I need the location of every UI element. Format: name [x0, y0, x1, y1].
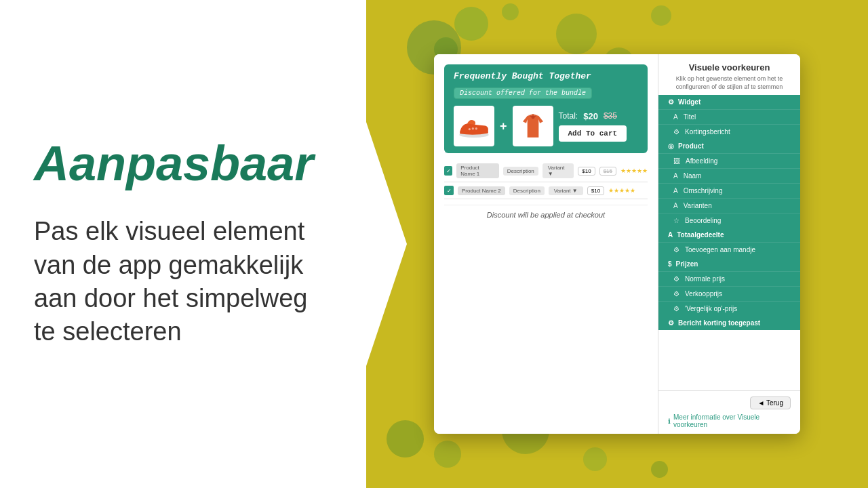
- panel-group-widget[interactable]: ⚙ Widget: [658, 95, 800, 109]
- right-panel: Frequently Bought Together Discount offe…: [366, 0, 868, 488]
- kortingsbericht-label: Kortingsbericht: [685, 128, 730, 136]
- panel-item-beoordeling[interactable]: ☆ Beoordeling: [658, 213, 800, 228]
- toevoegen-label: Toevoegen aan mandje: [685, 246, 755, 253]
- svg-point-4: [531, 115, 534, 119]
- panel-group-totaal[interactable]: A Totaalgedeelte: [658, 228, 800, 242]
- panel-item-toevoegen[interactable]: ⚙ Toevoegen aan mandje: [658, 242, 800, 257]
- panel-item-kortingsbericht[interactable]: ⚙ Kortingsbericht: [658, 124, 800, 139]
- widget-label: Widget: [678, 98, 701, 106]
- total-label: Total:: [559, 111, 578, 121]
- panel-item-varianten[interactable]: A Varianten: [658, 198, 800, 213]
- panel-item-verkoopprijs[interactable]: ⚙ Verkoopprijs: [658, 286, 800, 301]
- panel-items: ⚙ Widget A Titel ⚙ Kortingsbericht: [658, 95, 800, 390]
- product-group-icon: ◎: [668, 142, 674, 150]
- product-stars-2: ★★★★★: [608, 187, 635, 194]
- panel-item-vergelijk-prijs[interactable]: ⚙ 'Vergelijk op'-prijs: [658, 301, 800, 316]
- prijzen-icon: $: [668, 260, 672, 268]
- beoordeling-icon: ☆: [673, 217, 679, 224]
- prijzen-label: Prijzen: [676, 260, 698, 268]
- fbt-products-row: +: [454, 106, 638, 146]
- varianten-label: Varianten: [684, 202, 712, 209]
- fbt-total-row: Total: $20 $35: [559, 111, 617, 121]
- fbt-cart-section: Total: $20 $35 Add To cart: [559, 111, 627, 142]
- settings-icon-korting: ⚙: [673, 128, 679, 136]
- product-group-label: Product: [678, 142, 704, 150]
- product-row: Product Name 2 Description Variant ▼ $10…: [444, 182, 648, 199]
- info-icon: ℹ: [668, 418, 671, 425]
- app-window: Frequently Bought Together Discount offe…: [434, 54, 800, 434]
- visual-prefs-panel: Visuele voorkeuren Klik op het gewenste …: [658, 54, 800, 434]
- panel-group-product[interactable]: ◎ Product: [658, 139, 800, 153]
- product-name-2: Product Name 2: [458, 186, 505, 195]
- afbeelding-label: Afbeelding: [686, 157, 717, 165]
- price-normal: $20: [583, 111, 598, 121]
- product-image-shoe: [454, 106, 494, 146]
- product-sale-1: $15: [599, 167, 616, 176]
- naam-icon: A: [673, 172, 678, 180]
- omschrijving-icon: A: [673, 187, 678, 195]
- bericht-korting-label: Bericht korting toegepast: [678, 319, 760, 327]
- normale-prijs-icon: ⚙: [673, 275, 679, 283]
- panel-group-prijzen[interactable]: $ Prijzen: [658, 257, 800, 271]
- svg-point-3: [475, 127, 477, 129]
- product-row: Product Name 1 Description Variant ▼ $10…: [444, 160, 648, 182]
- fbt-title: Frequently Bought Together: [454, 71, 638, 81]
- product-desc-1: Description: [503, 167, 538, 176]
- verkoopprijs-icon: ⚙: [673, 290, 679, 298]
- product-checkbox-2[interactable]: [444, 186, 454, 195]
- panel-item-normale-prijs[interactable]: ⚙ Normale prijs: [658, 271, 800, 286]
- product-widget: Frequently Bought Together Discount offe…: [434, 54, 658, 434]
- totaal-label: Totaalgedeelte: [677, 231, 724, 239]
- text-icon: A: [673, 113, 678, 121]
- price-strike: $35: [604, 111, 617, 121]
- panel-item-omschrijving[interactable]: A Omschrijving: [658, 183, 800, 198]
- product-stars-1: ★★★★★: [620, 167, 648, 174]
- plus-sign: +: [500, 119, 507, 134]
- svg-point-1: [469, 128, 471, 130]
- panel-group-bericht-korting[interactable]: ⚙ Bericht korting toegepast: [658, 316, 800, 330]
- add-to-cart-button[interactable]: Add To cart: [559, 125, 627, 142]
- fbt-box: Frequently Bought Together Discount offe…: [444, 64, 648, 153]
- product-checkbox-1[interactable]: [444, 166, 452, 176]
- normale-prijs-label: Normale prijs: [685, 275, 725, 283]
- fbt-discount-badge: Discount offered for the bundle: [454, 87, 592, 99]
- product-image-hoodie: [513, 106, 553, 146]
- vergelijk-prijs-label: 'Vergelijk op'-prijs: [685, 305, 737, 312]
- vergelijk-prijs-icon: ⚙: [673, 305, 679, 312]
- panel-item-titel[interactable]: A Titel: [658, 109, 800, 124]
- left-panel: Aanpasbaar Pas elk visueel element van d…: [0, 0, 366, 488]
- totaal-icon: A: [668, 231, 673, 239]
- main-title: Aanpasbaar: [34, 139, 332, 188]
- back-button[interactable]: ◄ Terug: [750, 396, 791, 409]
- varianten-icon: A: [673, 202, 678, 209]
- subtitle: Pas elk visueel element van de app gemak…: [34, 215, 332, 349]
- window-body: Frequently Bought Together Discount offe…: [434, 54, 800, 434]
- variant-dropdown-2[interactable]: Variant ▼: [549, 186, 583, 195]
- bericht-korting-icon: ⚙: [668, 319, 674, 327]
- variant-dropdown-1[interactable]: Variant ▼: [542, 163, 574, 178]
- beoordeling-label: Beoordeling: [685, 217, 721, 224]
- product-price-2: $10: [587, 186, 604, 195]
- discount-footer: Discount will be applied at checkout: [444, 205, 648, 224]
- product-desc-2: Description: [509, 186, 545, 195]
- panel-subtitle: Klik op het gewenste element om het te c…: [668, 75, 791, 91]
- verkoopprijs-label: Verkoopprijs: [685, 290, 722, 298]
- image-icon: 🖼: [673, 157, 680, 165]
- product-name-1: Product Name 1: [456, 163, 499, 178]
- widget-icon: ⚙: [668, 98, 674, 106]
- product-price-1: $10: [578, 167, 595, 176]
- naam-label: Naam: [684, 172, 702, 180]
- cart-icon: ⚙: [673, 246, 679, 253]
- panel-header: Visuele voorkeuren Klik op het gewenste …: [658, 54, 800, 95]
- panel-item-naam[interactable]: A Naam: [658, 168, 800, 183]
- svg-point-2: [472, 127, 474, 129]
- more-info-link[interactable]: ℹ Meer informatie over Visuele voorkeure…: [668, 413, 791, 428]
- panel-title: Visuele voorkeuren: [668, 62, 791, 73]
- titel-label: Titel: [684, 113, 696, 121]
- panel-item-afbeelding[interactable]: 🖼 Afbeelding: [658, 153, 800, 168]
- omschrijving-label: Omschrijving: [684, 187, 723, 195]
- panel-footer: ◄ Terug ℹ Meer informatie over Visuele v…: [658, 390, 800, 434]
- more-info-text: Meer informatie over Visuele voorkeuren: [673, 413, 791, 428]
